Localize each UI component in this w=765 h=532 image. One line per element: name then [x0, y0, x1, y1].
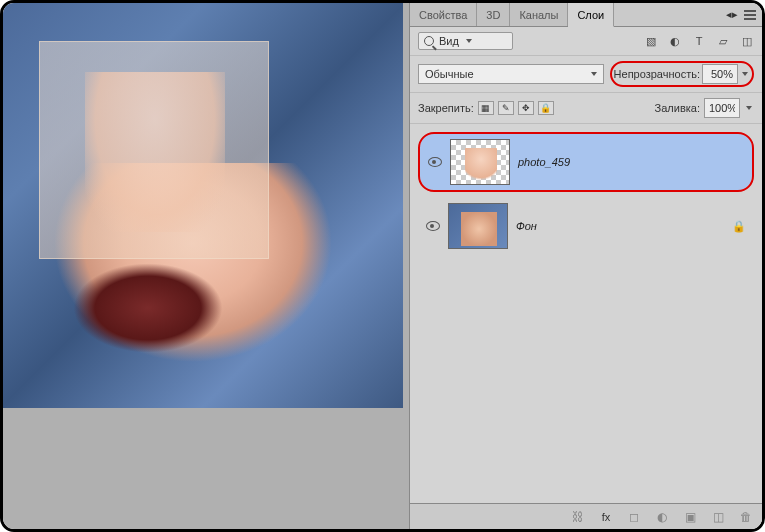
- layer-thumbnail[interactable]: [448, 203, 508, 249]
- canvas-image: [3, 3, 403, 408]
- new-layer-icon[interactable]: ◫: [710, 509, 726, 525]
- layer-mask-icon[interactable]: ◻: [626, 509, 642, 525]
- panel-menu-icon[interactable]: [744, 10, 756, 20]
- collapse-arrow-icon[interactable]: ◂▸: [726, 8, 738, 21]
- layer-row[interactable]: Фон 🔒: [420, 200, 752, 252]
- delete-layer-icon[interactable]: 🗑: [738, 509, 754, 525]
- opacity-highlight: Непрозрачность:: [610, 61, 754, 87]
- filter-pixel-icon[interactable]: ▧: [644, 34, 658, 48]
- layer-row-selected[interactable]: photo_459: [420, 134, 752, 190]
- link-layers-icon[interactable]: ⛓: [570, 509, 586, 525]
- layer-thumbnail[interactable]: [450, 139, 510, 185]
- lock-transparency-icon[interactable]: ▦: [478, 101, 494, 115]
- visibility-eye-icon[interactable]: [428, 157, 442, 167]
- filter-shape-icon[interactable]: ▱: [716, 34, 730, 48]
- tab-3d[interactable]: 3D: [477, 3, 510, 26]
- search-icon: [424, 36, 434, 46]
- panel-footer: ⛓ fx ◻ ◐ ▣ ◫ 🗑: [410, 503, 762, 529]
- visibility-eye-icon[interactable]: [426, 221, 440, 231]
- layer-group-icon[interactable]: ▣: [682, 509, 698, 525]
- layer-name[interactable]: photo_459: [518, 156, 570, 168]
- blend-mode-select[interactable]: Обычные: [418, 64, 604, 84]
- fill-input[interactable]: [704, 98, 740, 118]
- canvas-pane[interactable]: [3, 3, 409, 529]
- lock-icon: 🔒: [732, 220, 746, 233]
- lock-position-icon[interactable]: ✥: [518, 101, 534, 115]
- layer-filter-type[interactable]: Вид: [418, 32, 513, 50]
- lock-label: Закрепить:: [418, 102, 474, 114]
- layers-list: photo_459 Фон 🔒: [410, 124, 762, 503]
- adjustment-layer-icon[interactable]: ◐: [654, 509, 670, 525]
- chevron-down-icon: [591, 72, 597, 76]
- layer-fx-icon[interactable]: fx: [598, 509, 614, 525]
- layer-name[interactable]: Фон: [516, 220, 537, 232]
- filter-label: Вид: [439, 35, 459, 47]
- fill-label: Заливка:: [655, 102, 700, 114]
- fill-dropdown[interactable]: [744, 106, 754, 110]
- opacity-input[interactable]: [702, 64, 738, 84]
- opacity-dropdown[interactable]: [740, 72, 750, 76]
- panel-tabs: Свойства 3D Каналы Слои ◂▸: [410, 3, 762, 27]
- filter-type-icon[interactable]: T: [692, 34, 706, 48]
- filter-smart-icon[interactable]: ◫: [740, 34, 754, 48]
- lock-pixels-icon[interactable]: ✎: [498, 101, 514, 115]
- tab-properties[interactable]: Свойства: [410, 3, 477, 26]
- overlay-layer-bounds[interactable]: [39, 41, 269, 259]
- lock-all-icon[interactable]: 🔒: [538, 101, 554, 115]
- layers-panel: Свойства 3D Каналы Слои ◂▸ Вид ▧ ◐ T ▱ ◫: [409, 3, 762, 529]
- opacity-label: Непрозрачность:: [614, 68, 700, 80]
- tab-channels[interactable]: Каналы: [510, 3, 568, 26]
- tab-layers[interactable]: Слои: [568, 3, 614, 27]
- filter-adjust-icon[interactable]: ◐: [668, 34, 682, 48]
- blend-mode-value: Обычные: [425, 68, 474, 80]
